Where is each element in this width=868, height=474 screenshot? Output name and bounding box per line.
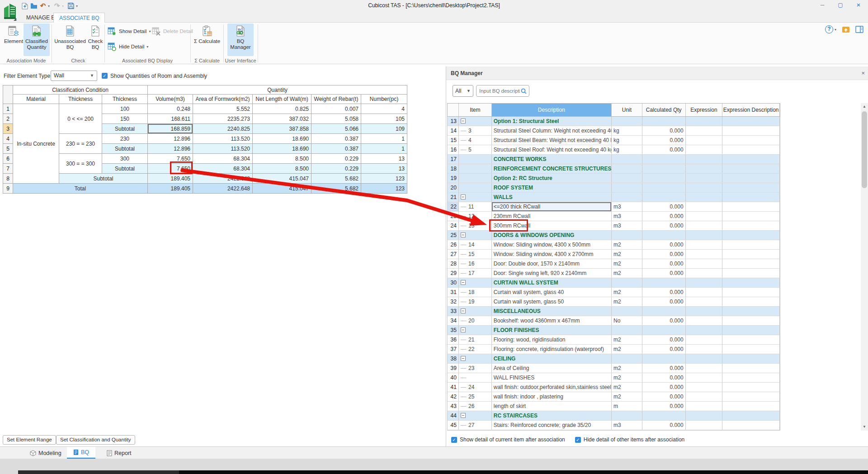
bq-unit-cell[interactable]: m2 — [612, 259, 642, 268]
bq-expression-cell[interactable] — [686, 297, 723, 306]
bq-description-cell[interactable]: Window: Sliding window, 4300 x 500mm — [492, 240, 612, 249]
undo-icon[interactable]: ↶ — [39, 2, 47, 10]
bq-item-cell[interactable]: —11 — [459, 202, 492, 211]
bq-qty-cell[interactable] — [642, 278, 686, 287]
cell[interactable]: 300 = = 300 — [59, 154, 102, 174]
bq-row-number[interactable]: 15 — [448, 136, 459, 145]
bq-description-cell[interactable]: Stairs: Reinforced concrete; grade 35/20 — [492, 421, 612, 430]
cell[interactable]: 7.650 — [148, 164, 193, 174]
set-classification-quantity-button[interactable]: Set Classification and Quantity — [56, 435, 135, 445]
bq-expression-description-cell[interactable] — [722, 269, 780, 278]
bq-item-cell[interactable]: − — [459, 231, 492, 240]
cell[interactable]: 68.304 — [193, 154, 253, 164]
bq-unit-cell[interactable]: m2 — [612, 345, 642, 354]
bq-expression-description-cell[interactable] — [722, 402, 780, 411]
bq-description-cell[interactable]: Structural Steel Roof: Weight not exceed… — [492, 145, 612, 154]
bq-row[interactable]: 21−WALLS — [448, 193, 780, 202]
bq-item-cell[interactable]: —19 — [459, 297, 492, 306]
collapse-icon[interactable]: − — [461, 356, 466, 361]
bq-row-number[interactable]: 21 — [448, 193, 459, 202]
bq-description-cell[interactable]: REINFORCEMENT CONCRETE STRUCTURES — [492, 164, 612, 173]
filter-element-type-select[interactable]: Wall ▼ — [51, 71, 97, 81]
bq-qty-cell[interactable]: 0.000 — [642, 392, 686, 401]
cell[interactable]: 13 — [361, 164, 407, 174]
bq-expression-cell[interactable] — [686, 117, 723, 126]
bq-description-cell[interactable]: WALLS — [492, 193, 612, 202]
bq-row[interactable]: 43—26length of skirtm0.000 — [448, 402, 780, 411]
bq-unit-cell[interactable]: m2 — [612, 364, 642, 373]
bq-description-cell[interactable]: DOORS & WINDOWS OPENING — [492, 231, 612, 240]
bq-row-number[interactable]: 17 — [448, 155, 459, 164]
bq-qty-cell[interactable]: 0.000 — [642, 259, 686, 268]
bq-expression-cell[interactable] — [686, 307, 723, 316]
tab-report[interactable]: Report — [100, 447, 138, 459]
bq-row[interactable]: 32—19Curtain wall system, glass 50m20.00… — [448, 297, 780, 307]
bq-unit-cell[interactable]: m — [612, 402, 642, 411]
bq-expression-description-cell[interactable] — [722, 183, 780, 192]
cell[interactable]: Subtotal — [59, 174, 148, 184]
cell[interactable]: 230 — [102, 134, 148, 144]
bq-row[interactable]: 39—23Area of Ceilingm20.000 — [448, 364, 780, 373]
bq-unit-cell[interactable] — [612, 307, 642, 316]
row-number[interactable]: 7 — [3, 164, 13, 174]
bq-unit-cell[interactable] — [612, 164, 642, 173]
tab-modeling[interactable]: Modeling — [24, 447, 68, 459]
bq-expression-description-cell[interactable] — [722, 392, 780, 401]
bq-row[interactable]: 33−MISCELLANEOUS — [448, 307, 780, 316]
cell[interactable]: 8.500 — [253, 164, 311, 174]
bq-unit-cell[interactable]: m2 — [612, 392, 642, 401]
bq-description-cell[interactable]: RC STAIRCASES — [492, 411, 612, 420]
save-caret-icon[interactable]: ▾ — [76, 4, 80, 8]
show-quantities-checkbox[interactable]: ✓ — [102, 73, 108, 79]
row-number[interactable]: 9 — [3, 184, 13, 194]
bq-expression-description-cell[interactable] — [722, 278, 780, 287]
bq-unit-cell[interactable]: m2 — [612, 373, 642, 382]
bq-expression-cell[interactable] — [686, 345, 723, 354]
bq-qty-cell[interactable] — [642, 174, 686, 183]
bq-item-cell[interactable]: —12 — [459, 212, 492, 221]
bq-item-cell[interactable]: − — [459, 307, 492, 316]
bq-expression-description-cell[interactable] — [722, 288, 780, 297]
cell[interactable]: 100 — [102, 104, 148, 114]
row-number[interactable]: 5 — [3, 144, 13, 154]
open-folder-icon[interactable] — [30, 2, 38, 10]
show-detail-button[interactable]: Show Detail▾ — [108, 25, 151, 37]
hide-detail-others-checkbox[interactable]: ✓ — [575, 437, 581, 443]
cell[interactable]: 7.650 — [148, 154, 193, 164]
bq-item-cell[interactable]: —24 — [459, 383, 492, 392]
bq-item-cell[interactable]: —20 — [459, 316, 492, 325]
bq-qty-cell[interactable]: 0.000 — [642, 212, 686, 221]
cell[interactable]: 1 — [361, 144, 407, 154]
bq-item-cell[interactable] — [459, 174, 492, 183]
bq-item-cell[interactable]: —25 — [459, 392, 492, 401]
bq-item-cell[interactable]: − — [459, 193, 492, 202]
bq-filter-select[interactable]: All ▼ — [453, 85, 473, 97]
upgrade-icon[interactable] — [842, 25, 850, 33]
bq-unit-cell[interactable]: m3 — [612, 202, 642, 211]
hide-detail-button[interactable]: Hide Detail▾ — [108, 41, 148, 52]
bq-expression-description-cell[interactable] — [722, 193, 780, 202]
bq-description-cell[interactable]: Flooring: wood, rigidinsulation — [492, 335, 612, 344]
bq-row-number[interactable]: 25 — [448, 231, 459, 240]
collapse-icon[interactable]: − — [461, 327, 466, 332]
new-file-icon[interactable] — [21, 2, 29, 10]
bq-row[interactable]: 26—14Window: Sliding window, 4300 x 500m… — [448, 240, 780, 250]
bq-qty-cell[interactable] — [642, 183, 686, 192]
bq-row-number[interactable]: 22 — [448, 202, 459, 211]
cell[interactable]: 0.229 — [311, 154, 361, 164]
app-logo-icon[interactable] — [1, 1, 19, 21]
bq-row[interactable]: 38−CEILING — [448, 354, 780, 364]
bq-expression-cell[interactable] — [686, 231, 723, 240]
undo-caret-icon[interactable]: ▾ — [48, 4, 52, 8]
bq-unit-cell[interactable] — [612, 174, 642, 183]
cell[interactable]: 113.520 — [193, 134, 253, 144]
cell[interactable]: 18.690 — [253, 144, 311, 154]
bq-scrollbar[interactable]: ▲ ▼ — [861, 103, 868, 431]
bq-expression-cell[interactable] — [686, 335, 723, 344]
scrollbar-thumb[interactable] — [862, 111, 867, 188]
bq-expression-description-cell[interactable] — [722, 354, 780, 363]
bq-expression-description-cell[interactable] — [722, 174, 780, 183]
bq-expression-cell[interactable] — [686, 212, 723, 221]
collapse-icon[interactable]: − — [461, 194, 466, 199]
bq-qty-cell[interactable]: 0.000 — [642, 288, 686, 297]
